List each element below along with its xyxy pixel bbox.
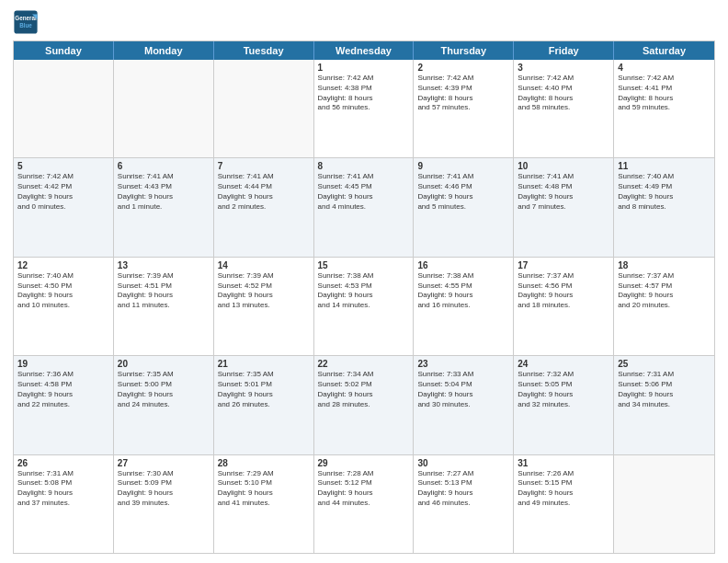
day-info: Sunrise: 7:37 AM Sunset: 4:57 PM Dayligh… bbox=[618, 271, 711, 311]
day-info: Sunrise: 7:40 AM Sunset: 4:49 PM Dayligh… bbox=[618, 172, 711, 212]
day-number: 23 bbox=[417, 359, 509, 369]
day-cell-6: 6Sunrise: 7:41 AM Sunset: 4:43 PM Daylig… bbox=[114, 158, 214, 256]
day-cell-21: 21Sunrise: 7:35 AM Sunset: 5:01 PM Dayli… bbox=[214, 356, 314, 454]
weekday-header-saturday: Saturday bbox=[614, 41, 714, 60]
empty-cell bbox=[114, 60, 214, 157]
day-cell-24: 24Sunrise: 7:32 AM Sunset: 5:05 PM Dayli… bbox=[514, 356, 614, 454]
calendar-row-2: 5Sunrise: 7:42 AM Sunset: 4:42 PM Daylig… bbox=[14, 157, 714, 256]
logo-icon: General Blue bbox=[13, 9, 39, 35]
day-cell-18: 18Sunrise: 7:37 AM Sunset: 4:57 PM Dayli… bbox=[614, 258, 714, 355]
day-cell-16: 16Sunrise: 7:38 AM Sunset: 4:55 PM Dayli… bbox=[414, 258, 514, 355]
weekday-header-monday: Monday bbox=[114, 41, 214, 60]
day-info: Sunrise: 7:42 AM Sunset: 4:41 PM Dayligh… bbox=[618, 74, 711, 113]
empty-cell bbox=[14, 60, 114, 157]
day-info: Sunrise: 7:39 AM Sunset: 4:52 PM Dayligh… bbox=[218, 271, 310, 311]
weekday-header-wednesday: Wednesday bbox=[314, 41, 415, 60]
page: General Blue SundayMondayTuesdayWednesda… bbox=[0, 0, 728, 563]
weekday-header-tuesday: Tuesday bbox=[214, 41, 314, 60]
day-cell-26: 26Sunrise: 7:31 AM Sunset: 5:08 PM Dayli… bbox=[14, 455, 114, 553]
calendar-row-4: 19Sunrise: 7:36 AM Sunset: 4:58 PM Dayli… bbox=[14, 355, 714, 454]
day-number: 29 bbox=[318, 458, 410, 468]
day-number: 21 bbox=[218, 359, 310, 369]
day-cell-30: 30Sunrise: 7:27 AM Sunset: 5:13 PM Dayli… bbox=[414, 455, 514, 553]
day-info: Sunrise: 7:27 AM Sunset: 5:13 PM Dayligh… bbox=[417, 469, 509, 509]
day-info: Sunrise: 7:34 AM Sunset: 5:02 PM Dayligh… bbox=[318, 370, 410, 409]
day-number: 7 bbox=[218, 161, 310, 171]
day-cell-17: 17Sunrise: 7:37 AM Sunset: 4:56 PM Dayli… bbox=[514, 258, 614, 355]
day-number: 9 bbox=[417, 161, 509, 171]
day-info: Sunrise: 7:38 AM Sunset: 4:53 PM Dayligh… bbox=[318, 271, 410, 311]
day-number: 25 bbox=[618, 359, 711, 369]
day-number: 3 bbox=[518, 63, 609, 73]
day-info: Sunrise: 7:39 AM Sunset: 4:51 PM Dayligh… bbox=[118, 271, 210, 311]
day-number: 18 bbox=[618, 260, 711, 270]
day-cell-29: 29Sunrise: 7:28 AM Sunset: 5:12 PM Dayli… bbox=[314, 455, 415, 553]
day-info: Sunrise: 7:42 AM Sunset: 4:40 PM Dayligh… bbox=[518, 74, 609, 113]
day-cell-12: 12Sunrise: 7:40 AM Sunset: 4:50 PM Dayli… bbox=[14, 258, 114, 355]
day-number: 31 bbox=[518, 458, 609, 468]
calendar-header: SundayMondayTuesdayWednesdayThursdayFrid… bbox=[14, 41, 714, 60]
day-cell-23: 23Sunrise: 7:33 AM Sunset: 5:04 PM Dayli… bbox=[414, 356, 514, 454]
day-number: 11 bbox=[618, 161, 711, 171]
day-number: 2 bbox=[417, 63, 509, 73]
day-info: Sunrise: 7:40 AM Sunset: 4:50 PM Dayligh… bbox=[17, 271, 109, 311]
day-cell-2: 2Sunrise: 7:42 AM Sunset: 4:39 PM Daylig… bbox=[414, 60, 514, 157]
day-info: Sunrise: 7:31 AM Sunset: 5:08 PM Dayligh… bbox=[17, 469, 109, 509]
svg-text:Blue: Blue bbox=[19, 22, 32, 29]
day-number: 16 bbox=[417, 260, 509, 270]
weekday-header-friday: Friday bbox=[514, 41, 614, 60]
weekday-header-thursday: Thursday bbox=[414, 41, 514, 60]
day-cell-31: 31Sunrise: 7:26 AM Sunset: 5:15 PM Dayli… bbox=[514, 455, 614, 553]
day-cell-22: 22Sunrise: 7:34 AM Sunset: 5:02 PM Dayli… bbox=[314, 356, 415, 454]
day-info: Sunrise: 7:41 AM Sunset: 4:43 PM Dayligh… bbox=[118, 172, 210, 212]
day-cell-7: 7Sunrise: 7:41 AM Sunset: 4:44 PM Daylig… bbox=[214, 158, 314, 256]
day-info: Sunrise: 7:35 AM Sunset: 5:01 PM Dayligh… bbox=[218, 370, 310, 409]
day-cell-28: 28Sunrise: 7:29 AM Sunset: 5:10 PM Dayli… bbox=[214, 455, 314, 553]
day-cell-1: 1Sunrise: 7:42 AM Sunset: 4:38 PM Daylig… bbox=[314, 60, 415, 157]
day-info: Sunrise: 7:33 AM Sunset: 5:04 PM Dayligh… bbox=[417, 370, 509, 409]
day-info: Sunrise: 7:32 AM Sunset: 5:05 PM Dayligh… bbox=[518, 370, 609, 409]
day-info: Sunrise: 7:38 AM Sunset: 4:55 PM Dayligh… bbox=[417, 271, 509, 311]
logo: General Blue bbox=[13, 9, 42, 35]
day-cell-19: 19Sunrise: 7:36 AM Sunset: 4:58 PM Dayli… bbox=[14, 356, 114, 454]
day-cell-27: 27Sunrise: 7:30 AM Sunset: 5:09 PM Dayli… bbox=[114, 455, 214, 553]
calendar-row-5: 26Sunrise: 7:31 AM Sunset: 5:08 PM Dayli… bbox=[14, 454, 714, 553]
day-cell-11: 11Sunrise: 7:40 AM Sunset: 4:49 PM Dayli… bbox=[614, 158, 714, 256]
day-info: Sunrise: 7:41 AM Sunset: 4:44 PM Dayligh… bbox=[218, 172, 310, 212]
day-number: 27 bbox=[118, 458, 210, 468]
day-cell-8: 8Sunrise: 7:41 AM Sunset: 4:45 PM Daylig… bbox=[314, 158, 415, 256]
day-number: 6 bbox=[118, 161, 210, 171]
day-info: Sunrise: 7:31 AM Sunset: 5:06 PM Dayligh… bbox=[618, 370, 711, 409]
day-info: Sunrise: 7:35 AM Sunset: 5:00 PM Dayligh… bbox=[118, 370, 210, 409]
day-number: 26 bbox=[17, 458, 109, 468]
day-number: 14 bbox=[218, 260, 310, 270]
day-number: 15 bbox=[318, 260, 410, 270]
day-number: 19 bbox=[17, 359, 109, 369]
day-number: 1 bbox=[318, 63, 410, 73]
calendar: SundayMondayTuesdayWednesdayThursdayFrid… bbox=[13, 40, 715, 554]
day-info: Sunrise: 7:30 AM Sunset: 5:09 PM Dayligh… bbox=[118, 469, 210, 509]
calendar-body: 1Sunrise: 7:42 AM Sunset: 4:38 PM Daylig… bbox=[14, 60, 714, 553]
header: General Blue bbox=[13, 9, 715, 35]
day-number: 12 bbox=[17, 260, 109, 270]
day-number: 10 bbox=[518, 161, 609, 171]
empty-cell bbox=[614, 455, 714, 553]
day-info: Sunrise: 7:29 AM Sunset: 5:10 PM Dayligh… bbox=[218, 469, 310, 509]
day-number: 30 bbox=[417, 458, 509, 468]
day-info: Sunrise: 7:42 AM Sunset: 4:42 PM Dayligh… bbox=[17, 172, 109, 212]
day-info: Sunrise: 7:42 AM Sunset: 4:38 PM Dayligh… bbox=[318, 74, 410, 113]
day-info: Sunrise: 7:26 AM Sunset: 5:15 PM Dayligh… bbox=[518, 469, 609, 509]
day-info: Sunrise: 7:41 AM Sunset: 4:45 PM Dayligh… bbox=[318, 172, 410, 212]
day-cell-14: 14Sunrise: 7:39 AM Sunset: 4:52 PM Dayli… bbox=[214, 258, 314, 355]
day-number: 8 bbox=[318, 161, 410, 171]
day-number: 20 bbox=[118, 359, 210, 369]
day-number: 24 bbox=[518, 359, 609, 369]
day-cell-3: 3Sunrise: 7:42 AM Sunset: 4:40 PM Daylig… bbox=[514, 60, 614, 157]
day-info: Sunrise: 7:37 AM Sunset: 4:56 PM Dayligh… bbox=[518, 271, 609, 311]
day-cell-25: 25Sunrise: 7:31 AM Sunset: 5:06 PM Dayli… bbox=[614, 356, 714, 454]
day-info: Sunrise: 7:36 AM Sunset: 4:58 PM Dayligh… bbox=[17, 370, 109, 409]
day-cell-5: 5Sunrise: 7:42 AM Sunset: 4:42 PM Daylig… bbox=[14, 158, 114, 256]
day-cell-20: 20Sunrise: 7:35 AM Sunset: 5:00 PM Dayli… bbox=[114, 356, 214, 454]
day-info: Sunrise: 7:42 AM Sunset: 4:39 PM Dayligh… bbox=[417, 74, 509, 113]
empty-cell bbox=[214, 60, 314, 157]
